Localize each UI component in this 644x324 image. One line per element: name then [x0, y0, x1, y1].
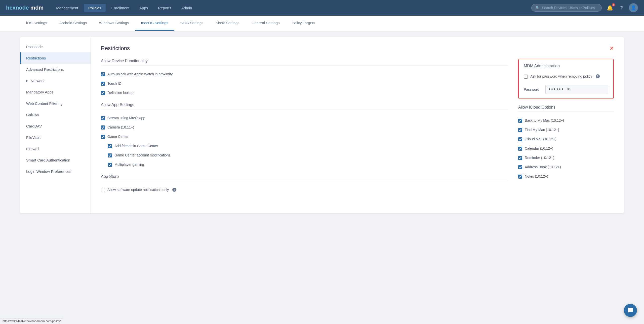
sidebar-item-login-window[interactable]: Login Window Preferences	[20, 166, 91, 177]
sidebar-item-filevault[interactable]: FileVault	[20, 132, 91, 143]
auto-unlock-label: Auto-unlock with Apple Watch in proximit…	[107, 72, 173, 76]
multiplayer-checkbox[interactable]	[108, 163, 112, 167]
ask-password-help-icon[interactable]: ?	[596, 74, 600, 78]
find-my-mac-label: Find My Mac (10.12+)	[525, 128, 559, 132]
definition-lookup-checkbox[interactable]	[101, 91, 105, 95]
gc-account-mods-label: Game Center account modifications	[114, 153, 171, 157]
chat-button[interactable]	[624, 304, 637, 317]
add-friends-label: Add friends in Game Center	[114, 144, 158, 148]
find-my-mac-checkbox[interactable]	[518, 128, 522, 132]
nav-policies[interactable]: Policies	[84, 4, 106, 12]
sidebar-item-passcode[interactable]: Passcode	[20, 41, 91, 52]
icloud-mail-label: iCloud Mail (10.12+)	[525, 137, 556, 141]
left-column: Allow Device Functionality Auto-unlock w…	[101, 59, 508, 195]
gc-account-mods-checkbox[interactable]	[108, 153, 112, 157]
tab-ios-settings[interactable]: iOS Settings	[20, 16, 53, 31]
checkbox-back-to-my-mac: Back to My Mac (10.12+)	[518, 116, 614, 125]
checkbox-touch-id: Touch ID	[101, 79, 508, 88]
address-book-checkbox[interactable]	[518, 165, 522, 169]
back-to-my-mac-label: Back to My Mac (10.12+)	[525, 118, 564, 122]
mdm-administration-title: MDM Administration	[524, 64, 608, 68]
nav-apps[interactable]: Apps	[135, 4, 152, 12]
camera-label: Camera (10.11+)	[107, 125, 134, 129]
camera-checkbox[interactable]	[101, 125, 105, 129]
reminder-checkbox[interactable]	[518, 156, 522, 160]
tab-policy-targets[interactable]: Policy Targets	[286, 16, 321, 31]
top-navigation: hexnode mdm Management Policies Enrollme…	[0, 0, 644, 16]
help-button[interactable]: ?	[618, 4, 625, 12]
main-content: Passcode Restrictions Advanced Restricti…	[0, 31, 644, 219]
sidebar-item-smart-card[interactable]: Smart Card Authentication	[20, 154, 91, 166]
notes-checkbox[interactable]	[518, 175, 522, 179]
add-friends-checkbox[interactable]	[108, 144, 112, 148]
nav-reports[interactable]: Reports	[153, 4, 176, 12]
sidebar-item-web-content-filtering[interactable]: Web Content Filtering	[20, 98, 91, 109]
checkbox-find-my-mac: Find My Mac (10.12+)	[518, 125, 614, 135]
multiplayer-label: Multiplayer gaming	[114, 163, 144, 167]
auto-unlock-checkbox[interactable]	[101, 72, 105, 76]
search-bar[interactable]: 🔍	[531, 4, 602, 12]
close-button[interactable]: ✕	[609, 45, 614, 52]
panel-title: Restrictions	[101, 45, 130, 52]
reminder-label: Reminder (10.12+)	[525, 156, 554, 160]
notes-label: Notes (10.12+)	[525, 174, 548, 178]
nav-right-controls: 🔍 🔔 8 ? 👤	[531, 3, 638, 12]
nav-admin[interactable]: Admin	[177, 4, 197, 12]
checkbox-calendar: Calendar (10.12+)	[518, 144, 614, 153]
tab-windows-settings[interactable]: Windows Settings	[93, 16, 135, 31]
checkbox-stream-music: Stream using Music app	[101, 113, 508, 123]
sidebar-item-carddav[interactable]: CardDAV	[20, 120, 91, 132]
checkbox-gc-account-mods: Game Center account modifications	[108, 151, 508, 160]
password-field: •••••• 👁	[545, 85, 608, 94]
ask-password-checkbox[interactable]	[524, 75, 528, 79]
game-center-checkbox[interactable]	[101, 135, 105, 139]
allow-icloud-title: Allow iCloud Options	[518, 105, 614, 112]
sidebar-item-network[interactable]: ▶ Network	[20, 75, 91, 86]
search-input[interactable]	[542, 6, 597, 10]
checkbox-game-center: Game Center	[101, 132, 508, 141]
software-update-notif-label: Allow software update notifications only	[107, 188, 169, 192]
nav-management[interactable]: Management	[52, 4, 83, 12]
notifications-button[interactable]: 🔔 8	[606, 4, 614, 12]
content-panel: Restrictions ✕ Allow Device Functionalit…	[91, 37, 624, 213]
sidebar-item-mandatory-apps[interactable]: Mandatory Apps	[20, 86, 91, 98]
app-logo: hexnode mdm	[6, 5, 44, 11]
game-center-label: Game Center	[107, 135, 129, 139]
search-icon: 🔍	[536, 6, 540, 10]
allow-app-settings-title: Allow App Settings	[101, 103, 508, 109]
checkbox-icloud-mail: iCloud Mail (10.12+)	[518, 135, 614, 144]
software-update-help-icon[interactable]: ?	[172, 188, 176, 192]
tab-tvos-settings[interactable]: tvOS Settings	[174, 16, 210, 31]
allow-device-functionality-title: Allow Device Functionality	[101, 59, 508, 66]
touch-id-checkbox[interactable]	[101, 82, 105, 86]
nav-enrollment[interactable]: Enrollment	[107, 4, 134, 12]
show-password-icon[interactable]: 👁	[567, 87, 571, 92]
tab-kiosk-settings[interactable]: Kiosk Settings	[210, 16, 246, 31]
avatar[interactable]: 👤	[629, 3, 638, 12]
sidebar-item-firewall[interactable]: Firewall	[20, 143, 91, 154]
sidebar-item-restrictions[interactable]: Restrictions	[20, 52, 91, 64]
chevron-right-icon: ▶	[26, 79, 28, 82]
notification-badge: 8	[612, 3, 615, 6]
software-update-notif-checkbox[interactable]	[101, 188, 105, 192]
icloud-mail-checkbox[interactable]	[518, 137, 522, 141]
checkbox-add-friends: Add friends in Game Center	[108, 141, 508, 151]
nav-menu: Management Policies Enrollment Apps Repo…	[52, 4, 529, 12]
sidebar-item-advanced-restrictions[interactable]: Advanced Restrictions	[20, 64, 91, 75]
tab-macos-settings[interactable]: macOS Settings	[135, 16, 174, 31]
calendar-checkbox[interactable]	[518, 147, 522, 151]
panel-header: Restrictions ✕	[101, 45, 614, 52]
right-column: MDM Administration Ask for password when…	[518, 59, 614, 195]
tab-android-settings[interactable]: Android Settings	[53, 16, 93, 31]
sidebar-item-caldav[interactable]: CalDAV	[20, 109, 91, 120]
password-row: Password •••••• 👁	[524, 85, 608, 94]
stream-music-checkbox[interactable]	[101, 116, 105, 120]
checkbox-software-update-notif: Allow software update notifications only…	[101, 185, 508, 195]
panel-two-col: Allow Device Functionality Auto-unlock w…	[101, 59, 614, 195]
url-bar: https://mits-test-2.hexnodemdm.com/polic…	[0, 318, 63, 324]
checkbox-multiplayer: Multiplayer gaming	[108, 160, 508, 169]
game-center-sub-items: Add friends in Game Center Game Center a…	[101, 141, 508, 169]
app-store-title: App Store	[101, 174, 508, 181]
back-to-my-mac-checkbox[interactable]	[518, 119, 522, 123]
tab-general-settings[interactable]: General Settings	[246, 16, 286, 31]
